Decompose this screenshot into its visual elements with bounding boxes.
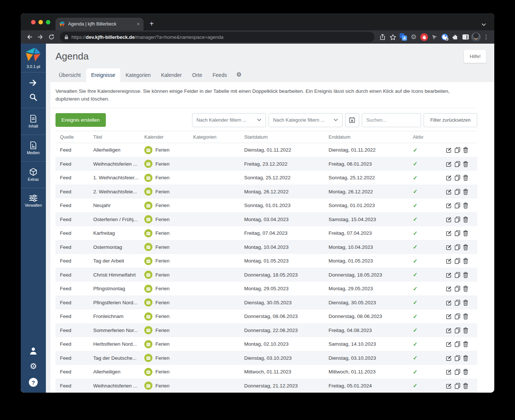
delete-icon[interactable] xyxy=(463,299,468,306)
create-event-button[interactable]: Ereignis erstellen xyxy=(55,113,106,127)
cell-startdatum[interactable]: Montag, 03.04.2023 xyxy=(240,217,324,222)
reload-icon[interactable] xyxy=(46,32,57,42)
delete-icon[interactable] xyxy=(463,369,468,375)
duplicate-icon[interactable] xyxy=(454,327,461,333)
share-icon[interactable] xyxy=(377,32,388,42)
cell-titel[interactable]: Sommerferien Nor... xyxy=(89,328,140,333)
edit-icon[interactable] xyxy=(446,313,452,319)
clear-date-filter-button[interactable] xyxy=(345,113,359,127)
cell-enddatum[interactable]: Freitag, 06.01.2023 xyxy=(324,161,408,167)
cell-titel[interactable]: 2. Weihnachtsfeie... xyxy=(89,189,140,194)
edit-icon[interactable] xyxy=(446,175,452,181)
close-tab-icon[interactable]: × xyxy=(137,21,140,27)
bookmark-star-icon[interactable] xyxy=(388,32,398,42)
edit-icon[interactable] xyxy=(446,244,452,250)
cell-startdatum[interactable]: Freitag, 07.04.2023 xyxy=(240,230,324,236)
edit-icon[interactable] xyxy=(446,189,452,195)
new-tab-button[interactable]: + xyxy=(149,20,154,28)
active-check-icon[interactable]: ✓ xyxy=(408,369,441,375)
gear-icon[interactable]: ⚙ xyxy=(30,362,37,370)
sidebar-item-expand[interactable] xyxy=(21,76,46,90)
tab-feeds[interactable]: Feeds xyxy=(208,68,232,82)
delete-icon[interactable] xyxy=(463,327,468,333)
cell-enddatum[interactable]: Montag, 29.05.2023 xyxy=(324,286,408,291)
active-check-icon[interactable]: ✓ xyxy=(408,355,441,361)
duplicate-icon[interactable] xyxy=(454,175,461,181)
delete-icon[interactable] xyxy=(463,230,468,236)
cell-enddatum[interactable]: Donnerstag, 18.05.2023 xyxy=(324,272,408,278)
edit-icon[interactable] xyxy=(446,258,452,264)
active-check-icon[interactable]: ✓ xyxy=(408,341,441,348)
sidebar-item-medien[interactable]: Medien xyxy=(21,138,46,158)
duplicate-icon[interactable] xyxy=(454,341,461,347)
cell-titel[interactable]: Fronleichnam xyxy=(89,314,140,319)
active-check-icon[interactable]: ✓ xyxy=(408,147,441,153)
active-check-icon[interactable]: ✓ xyxy=(408,202,441,209)
duplicate-icon[interactable] xyxy=(454,285,461,292)
tab-orte[interactable]: Orte xyxy=(187,68,207,82)
delete-icon[interactable] xyxy=(463,216,468,223)
cell-titel[interactable]: Pfingstmontag xyxy=(89,286,140,291)
cell-enddatum[interactable]: Montag, 01.05.2023 xyxy=(324,258,408,264)
duplicate-icon[interactable] xyxy=(454,355,461,361)
cell-titel[interactable]: Tag der Arbeit xyxy=(89,258,140,264)
edit-icon[interactable] xyxy=(446,216,452,223)
translate-extension-icon[interactable]: A xyxy=(398,32,408,42)
help-button[interactable]: Hilfe! xyxy=(464,50,486,63)
cell-startdatum[interactable]: Donnerstag, 22.06.2023 xyxy=(240,328,324,333)
cell-titel[interactable]: Allerheiligen xyxy=(89,147,140,153)
cell-titel[interactable]: Osterferien / Frühj... xyxy=(89,217,140,222)
duplicate-icon[interactable] xyxy=(454,161,461,167)
active-check-icon[interactable]: ✓ xyxy=(408,382,441,389)
cell-enddatum[interactable]: Freitag, 07.04.2023 xyxy=(324,230,408,236)
cell-titel[interactable]: Allerheiligen xyxy=(89,369,140,375)
cell-startdatum[interactable]: Montag, 29.05.2023 xyxy=(240,286,324,291)
pointer-extension-icon[interactable] xyxy=(429,32,440,42)
duplicate-icon[interactable] xyxy=(454,147,461,153)
cell-enddatum[interactable]: Sonntag, 01.01.2023 xyxy=(324,203,408,208)
back-icon[interactable] xyxy=(24,32,35,42)
duplicate-icon[interactable] xyxy=(454,272,461,278)
edit-icon[interactable] xyxy=(446,285,452,292)
duplicate-icon[interactable] xyxy=(454,216,461,223)
cell-titel[interactable]: Ostermontag xyxy=(89,244,140,250)
edit-icon[interactable] xyxy=(446,161,452,167)
delete-icon[interactable] xyxy=(463,313,468,319)
cell-startdatum[interactable]: Dienstag, 01.11.2022 xyxy=(240,147,324,153)
duplicate-icon[interactable] xyxy=(454,189,461,195)
delete-icon[interactable] xyxy=(463,161,468,167)
edit-icon[interactable] xyxy=(446,383,452,389)
duplicate-icon[interactable] xyxy=(454,383,461,389)
cell-titel[interactable]: Pfingstferien Nord... xyxy=(89,300,140,305)
active-check-icon[interactable]: ✓ xyxy=(408,299,441,306)
active-check-icon[interactable]: ✓ xyxy=(408,188,441,195)
timer-extension-icon[interactable] xyxy=(440,32,450,42)
cell-startdatum[interactable]: Donnerstag, 08.06.2023 xyxy=(240,314,324,319)
edit-icon[interactable] xyxy=(446,369,452,375)
reset-filters-button[interactable]: Filter zurücksetzen xyxy=(424,113,477,127)
sidebar-item-inhalt[interactable]: Inhalt xyxy=(21,112,46,131)
zoom-window-button[interactable] xyxy=(46,20,50,24)
cell-enddatum[interactable]: Dienstag, 01.11.2022 xyxy=(324,147,408,153)
calendar-filter-select[interactable]: Nach Kalender filtern ... xyxy=(192,113,266,127)
active-check-icon[interactable]: ✓ xyxy=(408,244,441,250)
duplicate-icon[interactable] xyxy=(454,258,461,264)
cell-titel[interactable]: Herbstferien Nord... xyxy=(89,341,140,347)
cell-enddatum[interactable]: Dienstag, 30.05.2023 xyxy=(324,300,408,305)
cell-titel[interactable]: Tag der Deutsche... xyxy=(89,355,140,361)
duplicate-icon[interactable] xyxy=(454,369,461,375)
edit-icon[interactable] xyxy=(446,327,452,333)
user-icon[interactable] xyxy=(29,347,38,355)
sidebar-item-verwalten[interactable]: Verwalten xyxy=(21,192,46,210)
cell-startdatum[interactable]: Montag, 26.12.2022 xyxy=(240,189,324,194)
cell-enddatum[interactable]: Mittwoch, 01.11.2023 xyxy=(324,369,408,375)
cell-startdatum[interactable]: Sonntag, 25.12.2022 xyxy=(240,175,324,180)
cell-titel[interactable]: 1. Weihnachtsfeier... xyxy=(89,175,140,180)
active-check-icon[interactable]: ✓ xyxy=(408,230,441,237)
search-input[interactable] xyxy=(362,113,421,127)
delete-icon[interactable] xyxy=(463,244,468,250)
kebab-menu-icon[interactable]: ⋮ xyxy=(481,32,491,42)
active-check-icon[interactable]: ✓ xyxy=(408,216,441,223)
cell-titel[interactable]: Karfreitag xyxy=(89,230,140,236)
cell-enddatum[interactable]: Donnerstag, 08.06.2023 xyxy=(324,314,408,319)
